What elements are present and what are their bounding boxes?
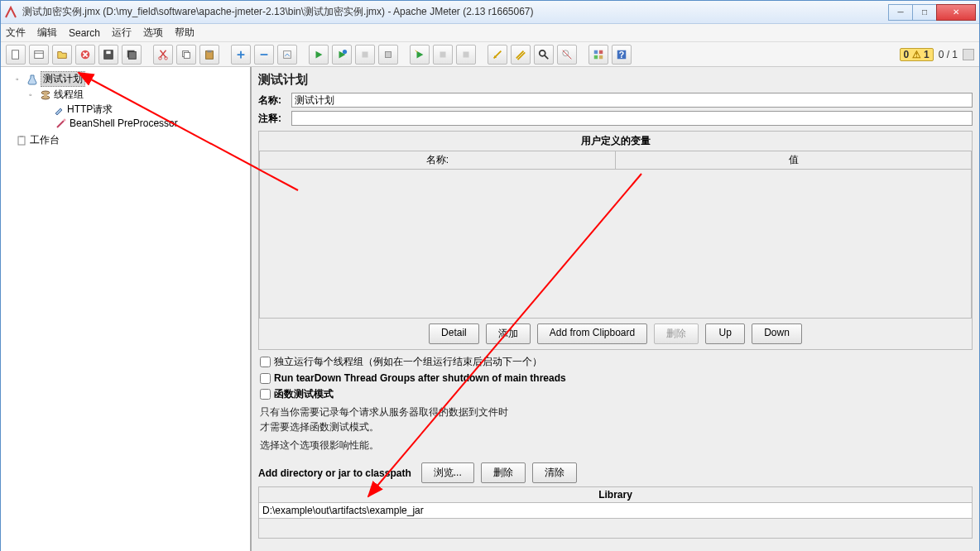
functional-test-checkbox[interactable] xyxy=(260,389,271,400)
svg-point-20 xyxy=(540,50,545,55)
check-label: Run tearDown Thread Groups after shutdow… xyxy=(274,372,566,384)
tree-node-label: 测试计划 xyxy=(41,71,85,87)
app-icon xyxy=(4,6,17,19)
lib-delete-button[interactable]: 删除 xyxy=(481,462,526,483)
window-minimize-button[interactable]: ─ xyxy=(888,4,913,21)
window-titlebar: 测试加密实例.jmx (D:\my_field\software\apache-… xyxy=(1,1,979,24)
menu-options[interactable]: 选项 xyxy=(143,26,163,40)
vars-table-body[interactable] xyxy=(259,170,972,319)
start-no-timers-icon[interactable] xyxy=(332,45,352,65)
svg-rect-13 xyxy=(207,50,211,52)
wand-icon xyxy=(55,117,67,129)
remote-start-icon[interactable] xyxy=(410,45,430,65)
expand-icon[interactable] xyxy=(231,45,251,65)
classpath-label: Add directory or jar to classpath xyxy=(258,467,411,479)
svg-rect-24 xyxy=(594,55,598,58)
start-icon[interactable] xyxy=(309,45,329,65)
content-pane: 测试计划 名称: 注释: 用户定义的变量 名称: 值 xyxy=(251,67,979,551)
warning-count-badge[interactable]: 0 ⚠ 1 xyxy=(900,48,934,61)
svg-rect-22 xyxy=(594,50,598,53)
collapse-icon[interactable] xyxy=(254,45,274,65)
pipette-icon xyxy=(53,104,65,116)
detail-button[interactable]: Detail xyxy=(429,323,479,344)
open-file-icon[interactable] xyxy=(52,45,72,65)
description-text-2: 选择这个选项很影响性能。 xyxy=(260,438,971,453)
name-input[interactable] xyxy=(291,93,973,108)
library-col-header: Library xyxy=(259,487,973,503)
save-icon[interactable] xyxy=(98,45,118,65)
svg-rect-1 xyxy=(35,50,44,58)
svg-rect-11 xyxy=(184,52,190,58)
window-close-button[interactable]: ✕ xyxy=(936,4,976,21)
remote-shutdown-icon[interactable] xyxy=(456,45,476,65)
window-maximize-button[interactable]: □ xyxy=(912,4,937,21)
tree-workbench[interactable]: 工作台 xyxy=(16,133,248,147)
save-as-icon[interactable] xyxy=(122,45,142,65)
tree-thread-group[interactable]: ◦ 线程组 xyxy=(29,88,248,102)
browse-button[interactable]: 浏览... xyxy=(421,462,474,483)
menu-run[interactable]: 运行 xyxy=(112,26,132,40)
flask-icon xyxy=(26,74,38,85)
clear-icon[interactable] xyxy=(488,45,507,65)
check-label: 独立运行每个线程组（例如在一个组运行结束后启动下一个） xyxy=(274,355,542,369)
library-table-body[interactable] xyxy=(258,519,973,539)
down-button[interactable]: Down xyxy=(752,323,802,344)
tree-node-label: HTTP请求 xyxy=(67,103,113,117)
expand-toggle-icon[interactable]: ◦ xyxy=(16,74,24,84)
svg-rect-5 xyxy=(106,50,110,54)
check-label: 函数测试模式 xyxy=(274,387,334,401)
add-from-clipboard-button[interactable]: Add from Clipboard xyxy=(537,323,647,344)
cut-icon[interactable] xyxy=(153,45,173,65)
clear-button[interactable]: 清除 xyxy=(532,462,577,483)
add-button[interactable]: 添加 xyxy=(486,323,531,344)
clipboard-icon xyxy=(16,135,27,146)
clear-all-icon[interactable] xyxy=(511,45,531,65)
tree-http-request[interactable]: · HTTP请求 xyxy=(42,103,248,117)
expand-toggle-icon[interactable]: ◦ xyxy=(29,90,37,99)
svg-rect-17 xyxy=(386,51,392,57)
menu-search[interactable]: Search xyxy=(69,27,100,39)
reset-search-icon[interactable] xyxy=(557,45,577,65)
function-helper-icon[interactable] xyxy=(588,45,608,65)
menu-help[interactable]: 帮助 xyxy=(175,26,195,40)
run-count-status: 0 / 1 xyxy=(939,49,958,60)
new-file-icon[interactable] xyxy=(6,45,26,65)
svg-rect-18 xyxy=(440,51,446,57)
remote-stop-icon[interactable] xyxy=(433,45,453,65)
vars-col-value: 值 xyxy=(616,151,972,170)
library-row[interactable]: D:\example\out\artifacts\example_jar xyxy=(259,503,973,519)
copy-icon[interactable] xyxy=(176,45,196,65)
toggle-icon[interactable] xyxy=(277,45,297,65)
tree-node-label: 线程组 xyxy=(54,88,84,102)
toolbar: ? 0 ⚠ 1 0 / 1 xyxy=(1,42,979,67)
tree-test-plan[interactable]: ◦ 测试计划 xyxy=(16,71,248,87)
menu-edit[interactable]: 编辑 xyxy=(37,26,57,40)
stop-icon[interactable] xyxy=(355,45,375,65)
menu-file[interactable]: 文件 xyxy=(6,26,26,40)
panel-title: 测试计划 xyxy=(258,72,973,88)
shutdown-icon[interactable] xyxy=(378,45,398,65)
tree-beanshell-preprocessor[interactable]: BeanShell PreProcessor xyxy=(55,117,248,129)
svg-rect-32 xyxy=(18,137,25,145)
svg-text:?: ? xyxy=(619,49,624,59)
run-teardown-checkbox[interactable] xyxy=(260,373,271,384)
templates-icon[interactable] xyxy=(29,45,49,65)
tree-node-label: BeanShell PreProcessor xyxy=(70,117,178,129)
delete-button[interactable]: 删除 xyxy=(654,323,699,344)
vars-section-title: 用户定义的变量 xyxy=(259,132,972,151)
paste-icon[interactable] xyxy=(199,45,219,65)
comment-input[interactable] xyxy=(291,111,973,126)
close-file-icon[interactable] xyxy=(75,45,95,65)
tree-node-label: 工作台 xyxy=(30,133,60,147)
svg-rect-14 xyxy=(284,50,291,58)
up-button[interactable]: Up xyxy=(705,323,745,344)
run-groups-serial-checkbox[interactable] xyxy=(260,357,271,367)
tree-pane: ◦ 测试计划 ◦ 线程组 xyxy=(1,67,251,551)
help-icon[interactable]: ? xyxy=(612,45,632,65)
menubar: 文件 编辑 Search 运行 选项 帮助 xyxy=(1,24,979,42)
comment-label: 注释: xyxy=(258,112,291,126)
svg-rect-23 xyxy=(599,50,603,53)
search-icon[interactable] xyxy=(534,45,554,65)
svg-point-15 xyxy=(343,49,347,53)
status-indicator-icon xyxy=(963,49,974,60)
